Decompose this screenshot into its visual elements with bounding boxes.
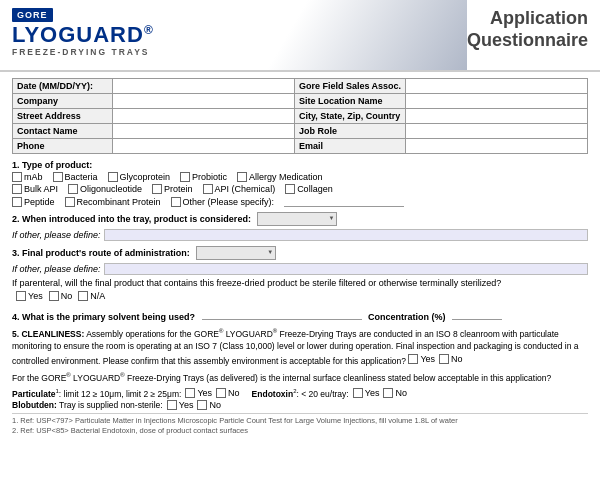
cb-recombinant-protein[interactable]: Recombinant Protein bbox=[65, 197, 161, 207]
cb-collagen[interactable]: Collagen bbox=[285, 184, 333, 194]
question-5: 5. CLEANLINESS: Assembly operations for … bbox=[12, 327, 588, 436]
q4-solvent-input[interactable] bbox=[202, 309, 362, 320]
cb-yes-sterile[interactable]: Yes bbox=[16, 290, 43, 303]
q1-text: 1. Type of product: bbox=[12, 160, 588, 170]
question-1: 1. Type of product: mAb Bacteria Glycopr… bbox=[12, 160, 588, 207]
job-role-value[interactable] bbox=[406, 124, 588, 139]
form-row-company: Company Site Location Name bbox=[13, 94, 588, 109]
q3-if-other: If other, please define: bbox=[12, 262, 588, 275]
app-questionnaire-text: Application Questionnaire bbox=[467, 8, 588, 51]
company-label: Company bbox=[13, 94, 113, 109]
footnote-1: 1. Ref: USP<797> Particulate Matter in I… bbox=[12, 416, 588, 427]
cb-allergy-medication[interactable]: Allergy Medication bbox=[237, 172, 323, 182]
city-state-value[interactable] bbox=[406, 109, 588, 124]
cb-yes-endotoxin[interactable]: Yes bbox=[353, 388, 380, 398]
q3-dropdown[interactable] bbox=[196, 246, 276, 260]
cb-peptide[interactable]: Peptide bbox=[12, 197, 55, 207]
main-content: Date (MM/DD/YY): Gore Field Sales Assoc.… bbox=[0, 72, 600, 448]
cb-oligonucleotide[interactable]: Oligonucleotide bbox=[68, 184, 142, 194]
q4-concentration-input[interactable] bbox=[452, 309, 502, 320]
email-value[interactable] bbox=[406, 139, 588, 154]
q5-yn-acceptable: Yes No bbox=[408, 353, 462, 366]
form-row-address: Street Address City, State, Zip, Country bbox=[13, 109, 588, 124]
q3-text: 3. Final product's route of administrati… bbox=[12, 246, 588, 260]
brand-name: LYOGUARD® bbox=[12, 24, 154, 46]
q2-dropdown[interactable] bbox=[257, 212, 337, 226]
cb-bacteria[interactable]: Bacteria bbox=[53, 172, 98, 182]
site-location-label: Site Location Name bbox=[294, 94, 405, 109]
q3-sterile-q: If parenteral, will the final product th… bbox=[12, 277, 588, 304]
site-location-value[interactable] bbox=[406, 94, 588, 109]
cb-other[interactable]: Other (Please specify): bbox=[171, 197, 275, 207]
job-role-label: Job Role bbox=[294, 124, 405, 139]
city-state-label: City, State, Zip, Country bbox=[294, 109, 405, 124]
question-4: 4. What is the primary solvent being use… bbox=[12, 309, 588, 322]
q5-for-gore-text: For the GORE® LYOGUARD® Freeze-Drying Tr… bbox=[12, 371, 588, 385]
q1-options-row1: mAb Bacteria Glycoprotein Probiotic Alle… bbox=[12, 172, 588, 182]
cb-yes-bioburden[interactable]: Yes bbox=[167, 400, 194, 410]
gore-badge: GORE bbox=[12, 8, 53, 22]
cb-mab[interactable]: mAb bbox=[12, 172, 43, 182]
logo-block: GORE LYOGUARD® FREEZE-DRYING TRAYS bbox=[12, 8, 154, 57]
cb-api-chemical[interactable]: API (Chemical) bbox=[203, 184, 276, 194]
phone-value[interactable] bbox=[113, 139, 295, 154]
cb-no-sterile[interactable]: No bbox=[49, 290, 73, 303]
brand-subtitle: FREEZE-DRYING TRAYS bbox=[12, 47, 150, 57]
phone-label: Phone bbox=[13, 139, 113, 154]
page-header: GORE LYOGUARD® FREEZE-DRYING TRAYS Appli… bbox=[0, 0, 600, 72]
date-label: Date (MM/DD/YY): bbox=[13, 79, 113, 94]
q1-options-row3: Peptide Recombinant Protein Other (Pleas… bbox=[12, 196, 588, 207]
q2-text: 2. When introduced into the tray, produc… bbox=[12, 212, 588, 226]
footnote-2: 2. Ref: USP<85> Bacterial Endotoxin, dos… bbox=[12, 426, 588, 437]
cb-na-sterile[interactable]: N/A bbox=[78, 290, 105, 303]
q1-options-row2: Bulk API Oligonucleotide Protein API (Ch… bbox=[12, 184, 588, 194]
company-value[interactable] bbox=[113, 94, 295, 109]
cb-no-acceptable[interactable]: No bbox=[439, 353, 463, 366]
contact-form-table: Date (MM/DD/YY): Gore Field Sales Assoc.… bbox=[12, 78, 588, 154]
contact-name-value[interactable] bbox=[113, 124, 295, 139]
form-row-phone: Phone Email bbox=[13, 139, 588, 154]
question-3: 3. Final product's route of administrati… bbox=[12, 246, 588, 304]
q5-bioburden-row: Blobutden: Tray is supplied non-sterile:… bbox=[12, 400, 588, 410]
contact-name-label: Contact Name bbox=[13, 124, 113, 139]
gore-sales-value[interactable] bbox=[406, 79, 588, 94]
q2-if-other: If other, please define: bbox=[12, 228, 588, 241]
gore-sales-label: Gore Field Sales Assoc. bbox=[294, 79, 405, 94]
cb-bulk-api[interactable]: Bulk API bbox=[12, 184, 58, 194]
form-row-date: Date (MM/DD/YY): Gore Field Sales Assoc. bbox=[13, 79, 588, 94]
logo-section: GORE LYOGUARD® FREEZE-DRYING TRAYS bbox=[12, 8, 154, 62]
cb-yes-acceptable[interactable]: Yes bbox=[408, 353, 435, 366]
email-label: Email bbox=[294, 139, 405, 154]
form-row-contact: Contact Name Job Role bbox=[13, 124, 588, 139]
q5-footnotes: 1. Ref: USP<797> Particulate Matter in I… bbox=[12, 413, 588, 437]
cb-glycoprotein[interactable]: Glycoprotein bbox=[108, 172, 171, 182]
q3-yn-group: Yes No N/A bbox=[16, 290, 105, 303]
street-address-value[interactable] bbox=[113, 109, 295, 124]
question-2: 2. When introduced into the tray, produc… bbox=[12, 212, 588, 241]
q3-other-input[interactable] bbox=[104, 263, 588, 275]
cb-no-bioburden[interactable]: No bbox=[197, 400, 221, 410]
q5-cleanliness-text: 5. CLEANLINESS: Assembly operations for … bbox=[12, 327, 588, 368]
cb-yes-particulate[interactable]: Yes bbox=[185, 388, 212, 398]
questionnaire-title: Application Questionnaire bbox=[467, 8, 588, 62]
cb-no-endotoxin[interactable]: No bbox=[383, 388, 407, 398]
date-value[interactable] bbox=[113, 79, 295, 94]
other-specify-input[interactable] bbox=[284, 196, 404, 207]
cb-probiotic[interactable]: Probiotic bbox=[180, 172, 227, 182]
q5-particulate-row: Particulate1: limit 12 ≥ 10μm, limit 2 ≥… bbox=[12, 388, 588, 399]
cb-protein[interactable]: Protein bbox=[152, 184, 193, 194]
q2-other-input[interactable] bbox=[104, 229, 588, 241]
street-address-label: Street Address bbox=[13, 109, 113, 124]
cb-no-particulate[interactable]: No bbox=[216, 388, 240, 398]
q4-text: 4. What is the primary solvent being use… bbox=[12, 309, 588, 322]
